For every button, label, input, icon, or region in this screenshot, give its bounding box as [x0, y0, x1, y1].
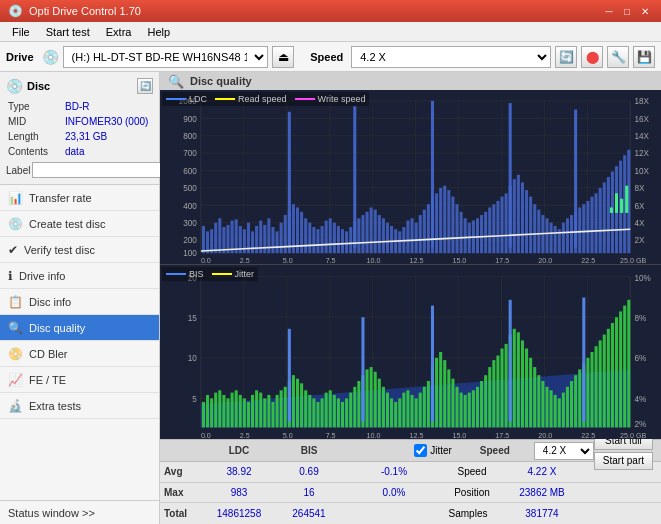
bis-color — [166, 273, 186, 275]
svg-rect-221 — [271, 402, 274, 428]
svg-text:12X: 12X — [634, 148, 649, 158]
save-button[interactable]: 💾 — [633, 46, 655, 68]
minimize-button[interactable]: ─ — [601, 3, 617, 19]
svg-rect-246 — [374, 372, 377, 428]
svg-rect-305 — [615, 317, 618, 427]
drive-toolbar: Drive 💿 (H:) HL-DT-ST BD-RE WH16NS48 1.D… — [0, 42, 661, 72]
legend-write-speed: Write speed — [295, 94, 366, 104]
close-button[interactable]: ✕ — [637, 3, 653, 19]
top-chart-legend: LDC Read speed Write speed — [162, 92, 369, 106]
svg-rect-92 — [366, 212, 369, 253]
svg-rect-121 — [484, 212, 487, 253]
svg-rect-261 — [435, 358, 438, 428]
drive-info-label: Drive info — [19, 270, 65, 282]
svg-rect-227 — [296, 379, 299, 428]
svg-text:10.0: 10.0 — [367, 256, 381, 264]
svg-rect-163 — [615, 193, 618, 213]
svg-rect-98 — [390, 226, 393, 253]
svg-rect-77 — [304, 218, 307, 253]
maximize-button[interactable]: □ — [619, 3, 635, 19]
svg-rect-160 — [509, 103, 512, 248]
menu-file[interactable]: File — [4, 24, 38, 40]
svg-rect-106 — [423, 210, 426, 254]
status-window-button[interactable]: Status window >> — [0, 500, 159, 524]
tools-button[interactable]: 🔧 — [607, 46, 629, 68]
label-input[interactable] — [32, 162, 165, 178]
eject-button[interactable]: ⏏ — [272, 46, 294, 68]
sidebar-item-drive-info[interactable]: ℹ Drive info — [0, 263, 159, 289]
sidebar-item-disc-info[interactable]: 📋 Disc info — [0, 289, 159, 315]
legend-bis: BIS — [166, 269, 204, 279]
svg-rect-161 — [574, 110, 577, 248]
write-speed-color — [295, 98, 315, 100]
svg-rect-309 — [288, 329, 291, 422]
svg-rect-245 — [370, 367, 373, 427]
svg-rect-277 — [500, 349, 503, 428]
svg-text:8%: 8% — [634, 312, 646, 323]
settings-button[interactable]: ⬤ — [581, 46, 603, 68]
svg-rect-78 — [308, 223, 311, 253]
svg-text:10: 10 — [188, 353, 197, 364]
svg-rect-226 — [292, 375, 295, 427]
sidebar-item-extra-tests[interactable]: 🔬 Extra tests — [0, 393, 159, 419]
pos-label: Position — [437, 487, 507, 498]
svg-rect-80 — [316, 229, 319, 253]
legend-ldc: LDC — [166, 94, 207, 104]
svg-rect-222 — [276, 395, 279, 427]
svg-rect-138 — [554, 226, 557, 253]
svg-rect-119 — [476, 218, 479, 253]
svg-rect-131 — [525, 190, 528, 253]
svg-rect-216 — [251, 395, 254, 427]
sidebar-item-fe-te[interactable]: 📈 FE / TE — [0, 367, 159, 393]
sidebar-item-disc-quality[interactable]: 🔍 Disc quality — [0, 315, 159, 341]
svg-rect-231 — [312, 398, 315, 427]
svg-rect-111 — [443, 186, 446, 253]
svg-text:300: 300 — [183, 218, 197, 228]
svg-text:200: 200 — [183, 235, 197, 245]
svg-rect-257 — [419, 393, 422, 428]
drive-select[interactable]: (H:) HL-DT-ST BD-RE WH16NS48 1.D3 — [63, 46, 269, 68]
fe-te-icon: 📈 — [8, 373, 23, 387]
svg-rect-264 — [447, 369, 450, 427]
svg-rect-103 — [411, 218, 414, 253]
svg-rect-252 — [398, 398, 401, 427]
extra-tests-label: Extra tests — [29, 400, 81, 412]
svg-rect-298 — [586, 358, 589, 428]
svg-rect-133 — [533, 204, 536, 253]
sidebar-item-verify-test-disc[interactable]: ✔ Verify test disc — [0, 237, 159, 263]
svg-rect-251 — [394, 402, 397, 428]
disc-info-icon: 📋 — [8, 295, 23, 309]
svg-rect-301 — [599, 340, 602, 427]
svg-rect-234 — [325, 393, 328, 428]
menu-extra[interactable]: Extra — [98, 24, 140, 40]
svg-rect-82 — [325, 221, 328, 254]
svg-rect-96 — [382, 218, 385, 253]
svg-text:5.0: 5.0 — [283, 256, 293, 264]
stats-speed-select[interactable]: 4.2 X — [534, 442, 594, 460]
svg-text:15: 15 — [188, 312, 197, 323]
svg-text:5: 5 — [192, 393, 197, 404]
menu-help[interactable]: Help — [139, 24, 178, 40]
avg-bis: 0.69 — [274, 466, 344, 477]
total-label: Total — [164, 508, 204, 519]
disc-refresh-btn[interactable]: 🔄 — [137, 78, 153, 94]
svg-rect-134 — [537, 210, 540, 254]
sidebar-item-create-test-disc[interactable]: 💿 Create test disc — [0, 211, 159, 237]
svg-rect-110 — [439, 188, 442, 253]
svg-rect-303 — [607, 329, 610, 428]
sidebar-item-cd-bler[interactable]: 📀 CD Bler — [0, 341, 159, 367]
sidebar-item-transfer-rate[interactable]: 📊 Transfer rate — [0, 185, 159, 211]
max-bis: 16 — [274, 487, 344, 498]
svg-rect-124 — [496, 201, 499, 253]
svg-rect-263 — [443, 360, 446, 427]
jitter-checkbox[interactable] — [414, 444, 427, 457]
titlebar: 💿 Opti Drive Control 1.70 ─ □ ✕ — [0, 0, 661, 22]
menu-start-test[interactable]: Start test — [38, 24, 98, 40]
svg-rect-91 — [361, 215, 364, 253]
verify-test-disc-icon: ✔ — [8, 243, 18, 257]
disc-panel-icon: 💿 — [6, 78, 23, 94]
svg-text:6%: 6% — [634, 353, 646, 364]
speed-select[interactable]: 4.2 X — [351, 46, 551, 68]
refresh-button[interactable]: 🔄 — [555, 46, 577, 68]
svg-rect-306 — [619, 311, 622, 427]
